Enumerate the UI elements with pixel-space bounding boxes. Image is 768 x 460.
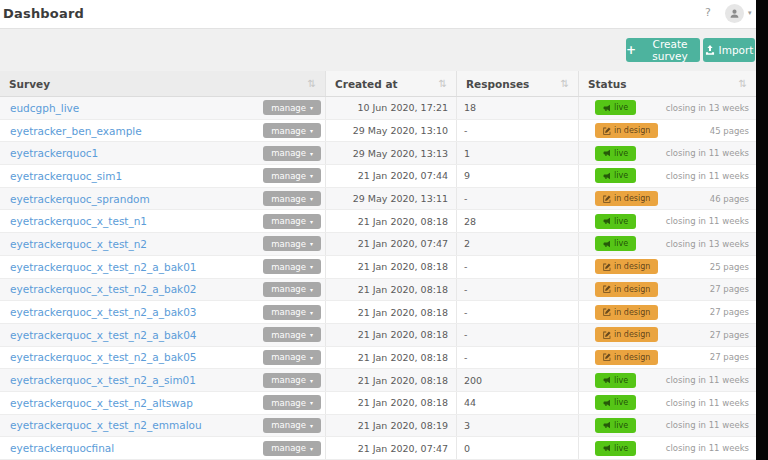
survey-link[interactable]: eyetrackerquoc_x_test_n1 — [10, 215, 147, 227]
table-body: eudcgph_live manage ▾ 10 Jun 2020, 17:21… — [0, 97, 756, 460]
megaphone-icon — [603, 399, 611, 407]
created-at-cell: 21 Jan 2020, 08:18 — [326, 369, 457, 391]
status-badge: in design — [595, 123, 658, 138]
manage-button[interactable]: manage ▾ — [263, 123, 321, 138]
status-label: in design — [614, 126, 650, 135]
help-icon[interactable]: ? — [705, 6, 711, 19]
status-label: live — [614, 171, 628, 180]
status-note: closing in 13 weeks — [666, 103, 749, 113]
status-badge: live — [595, 100, 636, 115]
created-at-cell: 21 Jan 2020, 07:44 — [326, 165, 457, 187]
caret-down-icon: ▾ — [310, 195, 313, 202]
user-menu-caret-icon[interactable]: ▾ — [748, 9, 752, 17]
page-title: Dashboard — [3, 6, 84, 21]
manage-label: manage — [271, 398, 306, 408]
caret-down-icon: ▾ — [310, 218, 313, 225]
survey-link[interactable]: eyetrackerquoc_x_test_n2 — [10, 238, 147, 250]
pencil-square-icon — [603, 195, 611, 203]
manage-label: manage — [271, 443, 306, 453]
create-survey-button[interactable]: + Create survey — [626, 38, 700, 62]
megaphone-icon — [603, 172, 611, 180]
create-survey-label: Create survey — [640, 38, 700, 62]
responses-cell: 9 — [457, 165, 579, 187]
manage-button[interactable]: manage ▾ — [263, 305, 321, 320]
survey-link[interactable]: eyetrackerquoc_sim1 — [10, 170, 122, 182]
sort-icon[interactable]: ⇅ — [561, 78, 569, 89]
survey-link[interactable]: eyetrackerquoc_x_test_n2_altswap — [10, 397, 193, 409]
top-bar: Dashboard ? ▾ — [0, 0, 768, 29]
manage-button[interactable]: manage ▾ — [263, 191, 321, 206]
manage-button[interactable]: manage ▾ — [263, 418, 321, 433]
manage-button[interactable]: manage ▾ — [263, 168, 321, 183]
status-badge: live — [595, 418, 636, 433]
survey-cell: eyetrackerquoc_x_test_n2_a_bak02 manage … — [0, 279, 326, 301]
megaphone-icon — [603, 421, 611, 429]
responses-cell: 2 — [457, 233, 579, 255]
created-at-cell: 21 Jan 2020, 08:19 — [326, 415, 457, 437]
created-at-cell: 21 Jan 2020, 07:47 — [326, 437, 457, 459]
manage-button[interactable]: manage ▾ — [263, 350, 321, 365]
table-row: eyetrackerquoc_sim1 manage ▾ 21 Jan 2020… — [0, 165, 756, 188]
manage-button[interactable]: manage ▾ — [263, 146, 321, 161]
caret-down-icon: ▾ — [310, 172, 313, 179]
status-label: live — [614, 398, 628, 407]
table-row: eyetrackerquoc_x_test_n2 manage ▾ 21 Jan… — [0, 233, 756, 256]
survey-cell: eyetrackerquoc_x_test_n2 manage ▾ — [0, 233, 326, 255]
caret-down-icon: ▾ — [310, 422, 313, 429]
caret-down-icon: ▾ — [310, 127, 313, 134]
survey-link[interactable]: eyetrackerquoc_x_test_n2_emmalou — [10, 419, 202, 431]
status-note: 46 pages — [710, 194, 749, 204]
column-header-status[interactable]: Status ⇅ — [579, 71, 756, 96]
upload-icon — [705, 45, 715, 55]
manage-button[interactable]: manage ▾ — [263, 282, 321, 297]
survey-cell: eyetracker_ben_example manage ▾ — [0, 120, 326, 142]
manage-button[interactable]: manage ▾ — [263, 441, 321, 456]
survey-cell: eyetrackerquoc_x_test_n2_a_bak03 manage … — [0, 301, 326, 323]
status-badge: in design — [595, 350, 658, 365]
caret-down-icon: ▾ — [310, 399, 313, 406]
manage-button[interactable]: manage ▾ — [263, 214, 321, 229]
status-note: closing in 11 weeks — [666, 398, 749, 408]
status-note: 27 pages — [710, 330, 749, 340]
status-cell: live closing in 11 weeks — [579, 210, 756, 232]
survey-link[interactable]: eudcgph_live — [10, 102, 79, 114]
responses-cell: - — [457, 347, 579, 369]
user-avatar[interactable] — [725, 4, 744, 23]
manage-button[interactable]: manage ▾ — [263, 236, 321, 251]
survey-link[interactable]: eyetrackerquoc_x_test_n2_a_bak05 — [10, 351, 197, 363]
status-label: in design — [614, 308, 650, 317]
table-row: eyetrackerquoc_x_test_n2_altswap manage … — [0, 392, 756, 415]
manage-label: manage — [271, 194, 306, 204]
survey-link[interactable]: eyetrackerquoc_sprandom — [10, 193, 150, 205]
column-header-survey[interactable]: Survey ⇅ — [0, 71, 326, 96]
manage-button[interactable]: manage ▾ — [263, 327, 321, 342]
manage-button[interactable]: manage ▾ — [263, 373, 321, 388]
survey-link[interactable]: eyetrackerquocfinal — [10, 442, 114, 454]
manage-button[interactable]: manage ▾ — [263, 100, 321, 115]
column-header-responses[interactable]: Responses ⇅ — [457, 71, 579, 96]
table-row: eyetrackerquoc_x_test_n1 manage ▾ 21 Jan… — [0, 210, 756, 233]
created-at-cell: 21 Jan 2020, 08:18 — [326, 279, 457, 301]
status-cell: live closing in 13 weeks — [579, 233, 756, 255]
import-button[interactable]: Import — [703, 38, 755, 62]
survey-link[interactable]: eyetrackerquoc_x_test_n2_a_bak01 — [10, 261, 197, 273]
status-cell: in design 27 pages — [579, 279, 756, 301]
manage-button[interactable]: manage ▾ — [263, 259, 321, 274]
table-row: eyetrackerquoc_x_test_n2_a_bak04 manage … — [0, 324, 756, 347]
table-row: eyetrackerquoc_sprandom manage ▾ 29 May … — [0, 188, 756, 211]
survey-link[interactable]: eyetrackerquoc1 — [10, 147, 98, 159]
survey-link[interactable]: eyetrackerquoc_x_test_n2_a_bak04 — [10, 329, 197, 341]
column-header-created-at[interactable]: Created at ⇅ — [326, 71, 457, 96]
sort-icon[interactable]: ⇅ — [739, 78, 747, 89]
status-cell: in design 25 pages — [579, 256, 756, 278]
manage-button[interactable]: manage ▾ — [263, 395, 321, 410]
status-cell: live closing in 11 weeks — [579, 415, 756, 437]
sort-icon[interactable]: ⇅ — [439, 78, 447, 89]
survey-link[interactable]: eyetrackerquoc_x_test_n2_a_sim01 — [10, 374, 196, 386]
status-badge: in design — [595, 327, 658, 342]
survey-link[interactable]: eyetrackerquoc_x_test_n2_a_bak02 — [10, 283, 197, 295]
sort-icon[interactable]: ⇅ — [308, 78, 316, 89]
survey-link[interactable]: eyetrackerquoc_x_test_n2_a_bak03 — [10, 306, 197, 318]
survey-link[interactable]: eyetracker_ben_example — [10, 125, 142, 137]
status-note: closing in 13 weeks — [666, 239, 749, 249]
